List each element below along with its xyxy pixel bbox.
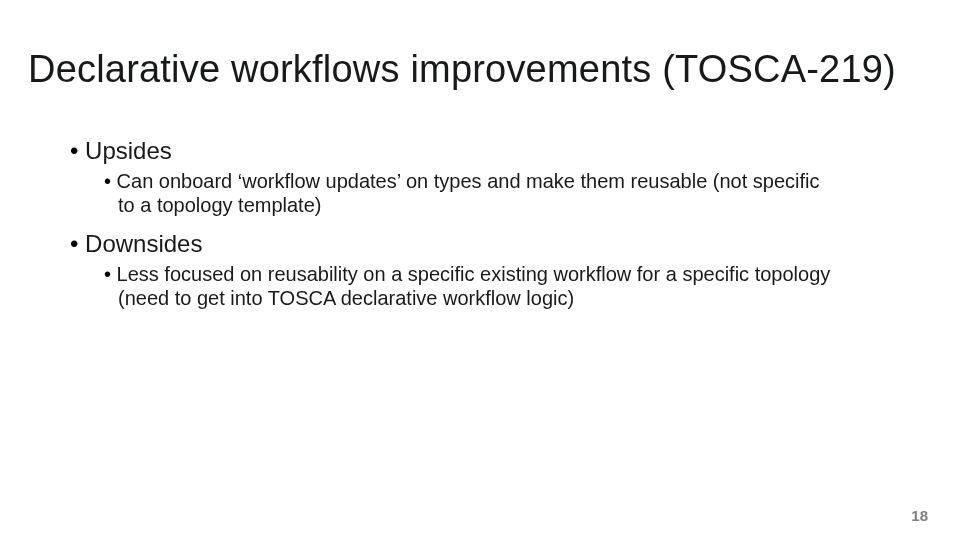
section-heading-label: Upsides — [85, 137, 172, 164]
slide-title: Declarative workflows improvements (TOSC… — [0, 0, 960, 91]
section-heading-upsides: Upsides Can onboard ‘workflow updates’ o… — [70, 137, 904, 218]
list-item: Can onboard ‘workflow updates’ on types … — [104, 169, 834, 218]
sub-bullet-list: Less focused on reusability on a specifi… — [70, 262, 904, 311]
bullet-list: Upsides Can onboard ‘workflow updates’ o… — [70, 137, 904, 311]
slide-content: Upsides Can onboard ‘workflow updates’ o… — [0, 91, 960, 311]
slide: Declarative workflows improvements (TOSC… — [0, 0, 960, 540]
page-number: 18 — [911, 507, 928, 524]
sub-bullet-list: Can onboard ‘workflow updates’ on types … — [70, 169, 904, 218]
list-item: Less focused on reusability on a specifi… — [104, 262, 834, 311]
section-heading-downsides: Downsides Less focused on reusability on… — [70, 230, 904, 311]
section-heading-label: Downsides — [85, 230, 202, 257]
